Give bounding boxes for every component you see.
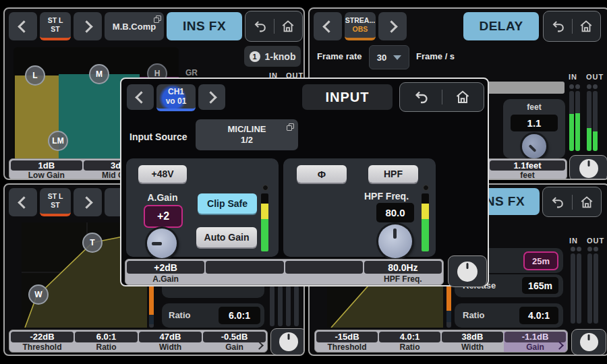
channel-name-line1: ST L — [48, 16, 63, 25]
copy-icon — [154, 16, 160, 22]
ratio-box[interactable]: Ratio 4.0:1 — [455, 303, 563, 328]
frame-rate-label: Frame rate — [317, 51, 362, 61]
feet-knob[interactable] — [522, 134, 546, 158]
delay-feet-card: feet 1.1 — [503, 99, 565, 158]
meter-in-l — [270, 286, 274, 326]
frame-rate-dropdown[interactable]: 30 — [369, 45, 409, 69]
param-width[interactable]: 38dBWidth — [441, 332, 504, 352]
again-knob[interactable] — [147, 229, 177, 258]
channel-select-button[interactable]: CH1 vo 01 — [156, 84, 196, 111]
home-icon[interactable] — [579, 19, 594, 34]
param-ratio[interactable]: 4.0:1Ratio — [378, 332, 441, 352]
prev-channel-button[interactable] — [314, 12, 342, 40]
param-threshold[interactable]: -15dBThreshold — [316, 332, 378, 352]
channel-select-button[interactable]: ST L ST — [40, 12, 71, 40]
meter-in-r — [577, 253, 581, 324]
meter-out-r — [593, 91, 598, 151]
divider — [572, 195, 573, 210]
ratio-box[interactable]: Ratio 6.0:1 — [162, 303, 264, 328]
gr-label: GR — [185, 68, 198, 78]
band-handle-mid[interactable]: M — [89, 64, 109, 84]
band-handle-low[interactable]: L — [25, 65, 45, 86]
width-handle[interactable]: W — [28, 284, 49, 305]
meter-dot — [569, 84, 574, 89]
meter-dot — [571, 247, 575, 251]
chevron-left-icon — [135, 91, 147, 103]
meter-out-l — [587, 253, 592, 324]
undo-icon[interactable] — [413, 89, 429, 105]
param-gain[interactable]: -0.5dBGain — [202, 332, 266, 352]
one-knob-icon: 1 — [250, 51, 260, 62]
chevron-left-icon — [18, 20, 30, 32]
prev-channel-button[interactable] — [9, 12, 37, 40]
prev-channel-button[interactable] — [127, 84, 154, 110]
hpf-button[interactable]: HPF — [368, 165, 418, 183]
nav-icon-group — [245, 11, 303, 42]
home-icon[interactable] — [281, 19, 295, 34]
channel-select-button[interactable]: ST L ST — [40, 188, 71, 216]
param-width[interactable]: 47dBWidth — [138, 332, 202, 352]
dropdown-caret-icon — [393, 55, 401, 60]
ratio-label: Ratio — [169, 310, 191, 320]
next-channel-button[interactable] — [198, 84, 225, 110]
next-channel-button[interactable] — [74, 188, 102, 216]
clip-safe-button[interactable]: Clip Safe — [198, 193, 257, 214]
undo-icon[interactable] — [550, 195, 565, 210]
attack-value: 25m — [523, 251, 558, 270]
param-again[interactable]: +2dBA.Gain — [126, 261, 205, 284]
meter-out-l — [286, 286, 291, 326]
param-bar: -22dBThreshold 6.0:1Ratio 47dBWidth -0.5… — [9, 330, 268, 353]
undo-icon[interactable] — [252, 19, 267, 34]
frame-unit-label: Frame / s — [416, 51, 455, 61]
knob-icon — [580, 333, 598, 351]
auto-gain-button[interactable]: Auto Gain — [196, 227, 257, 247]
meter-dot — [587, 84, 591, 89]
chevron-right-icon — [204, 91, 216, 103]
param-low-gain[interactable]: 1dBLow Gain — [10, 160, 83, 179]
undo-icon[interactable] — [550, 19, 565, 34]
divider — [572, 19, 573, 34]
param-feet[interactable]: 1.1feetfeet — [489, 160, 566, 179]
again-value[interactable]: +2 — [144, 205, 183, 228]
meter-out-r — [294, 286, 299, 326]
input-level-meter — [422, 193, 429, 251]
hpf-freq-knob[interactable] — [378, 224, 412, 258]
touch-knob-button[interactable] — [270, 328, 305, 355]
ratio-label: Ratio — [463, 310, 485, 320]
meter-in-r — [278, 286, 283, 326]
home-icon[interactable] — [455, 89, 471, 105]
analog-gain-card: +48V A.Gain +2 Clip Safe Auto Gain — [126, 158, 279, 257]
nav-icon-group — [543, 11, 601, 42]
channel-select-button[interactable]: STREA... OBS — [345, 12, 376, 40]
chevron-right-icon — [385, 20, 397, 32]
fx-name-button[interactable]: M.B.Comp — [105, 12, 164, 40]
param-gain-selected[interactable]: -1.1dBGain — [504, 332, 567, 352]
phase-button[interactable]: Φ — [297, 165, 347, 183]
nav-icon-group — [542, 187, 602, 217]
prev-channel-button[interactable] — [9, 188, 37, 216]
copy-icon — [287, 123, 293, 129]
home-icon[interactable] — [579, 195, 594, 210]
tab-delay[interactable]: DELAY — [463, 12, 539, 40]
param-2[interactable] — [205, 261, 284, 284]
touch-knob-button[interactable] — [571, 329, 606, 355]
hpf-freq-label: HPF Freq. — [359, 191, 414, 202]
next-channel-button[interactable] — [74, 12, 102, 40]
touch-knob-button[interactable] — [448, 255, 487, 287]
tab-ins-fx[interactable]: INS FX — [167, 12, 242, 40]
touch-knob-button[interactable] — [569, 155, 607, 180]
next-channel-button[interactable] — [378, 12, 407, 40]
param-ratio[interactable]: 6.0:1Ratio — [74, 332, 138, 352]
param-hpf-freq[interactable]: 80.0HzHPF Freq. — [364, 261, 442, 284]
input-source-button[interactable]: MIC/LINE 1/2 — [196, 119, 298, 150]
phantom-48v-button[interactable]: +48V — [138, 165, 187, 183]
input-source-label: Input Source — [129, 131, 187, 142]
param-threshold[interactable]: -22dBThreshold — [10, 332, 74, 352]
param-3[interactable] — [285, 261, 364, 284]
one-knob-button[interactable]: 1 1-knob — [244, 46, 301, 67]
out-label: OUT — [586, 73, 604, 81]
feet-value[interactable]: 1.1 — [511, 115, 558, 131]
threshold-handle[interactable]: T — [82, 233, 103, 253]
hpf-freq-value[interactable]: 80.0 — [376, 203, 414, 222]
band-handle-lowmid[interactable]: LM — [48, 131, 68, 151]
